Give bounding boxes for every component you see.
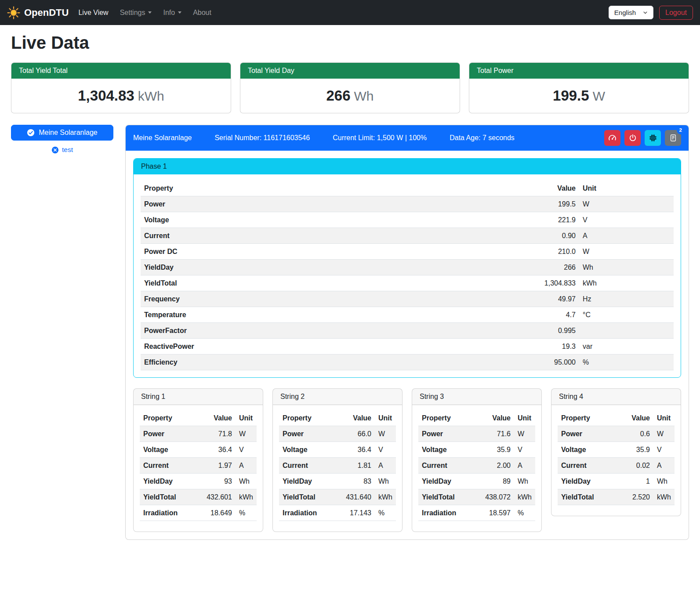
column-header-property: Property — [279, 410, 339, 426]
inverter-name: Meine Solaranlage — [133, 134, 192, 142]
unit-cell: % — [236, 505, 257, 521]
value-cell: 0.02 — [617, 458, 653, 474]
table-row: YieldDay266Wh — [141, 260, 674, 275]
gauge-icon — [608, 134, 617, 142]
unit-cell: A — [579, 228, 674, 244]
property-cell: Power DC — [141, 244, 522, 260]
table-row: Temperature4.7°C — [141, 307, 674, 323]
value-cell: 0.90 — [522, 228, 579, 244]
table-header-row: Property Value Unit — [141, 181, 674, 196]
unit-cell: kWh — [653, 489, 675, 505]
unit-cell: var — [579, 339, 674, 355]
property-cell: Irradiation — [279, 505, 339, 521]
event-log-button[interactable]: 2 — [665, 130, 681, 146]
card-value-row: 1,304.83kWh — [11, 79, 231, 113]
language-select[interactable]: English — [609, 6, 653, 19]
unit-cell: Wh — [653, 474, 675, 489]
unit-cell: W — [653, 426, 675, 442]
table-row: Current1.81A — [279, 458, 396, 474]
nav-about[interactable]: About — [193, 9, 211, 17]
table-row: Power71.8W — [140, 426, 257, 442]
string-4-title: String 4 — [551, 389, 681, 405]
table-row: Power DC210.0W — [141, 244, 674, 260]
value-cell: 36.4 — [199, 442, 236, 458]
value-cell: 36.4 — [339, 442, 375, 458]
table-row: Power71.6W — [418, 426, 535, 442]
table-header-row: Property Value Unit — [140, 410, 257, 426]
table-row: PowerFactor0.995 — [141, 323, 674, 339]
value-cell: 18.649 — [199, 505, 236, 521]
value-cell: 71.6 — [478, 426, 514, 442]
total-yield-day-unit: Wh — [354, 89, 374, 103]
table-row: Irradiation18.649% — [140, 505, 257, 521]
limit-settings-button[interactable] — [604, 130, 620, 146]
table-row: Irradiation17.143% — [279, 505, 396, 521]
chevron-down-icon — [643, 10, 648, 15]
table-row: Irradiation18.597% — [418, 505, 535, 521]
unit-cell: W — [579, 196, 674, 212]
value-cell: 17.143 — [339, 505, 375, 521]
unit-cell: V — [236, 442, 257, 458]
table-row: YieldDay89Wh — [418, 474, 535, 489]
nav-live-view[interactable]: Live View — [78, 9, 108, 17]
property-cell: Current — [279, 458, 339, 474]
property-cell: Power — [279, 426, 339, 442]
property-cell: YieldDay — [558, 474, 617, 489]
brand[interactable]: OpenDTU — [7, 6, 69, 19]
table-row: Efficiency95.000% — [141, 355, 674, 370]
property-cell: Voltage — [140, 442, 199, 458]
unit-cell: °C — [579, 307, 674, 323]
sidebar-test-item[interactable]: test — [51, 146, 73, 154]
table-row: Power66.0W — [279, 426, 396, 442]
unit-cell: W — [375, 426, 396, 442]
property-cell: Frequency — [141, 291, 522, 307]
total-yield-day-value: 266 — [326, 87, 350, 104]
unit-cell: A — [653, 458, 675, 474]
value-cell: 19.3 — [522, 339, 579, 355]
unit-cell: W — [514, 426, 535, 442]
sidebar-inverter-button[interactable]: Meine Solaranlage — [11, 125, 113, 141]
main-content-row: Meine Solaranlage test Meine Solaranlage… — [11, 125, 689, 540]
table-row: YieldDay83Wh — [279, 474, 396, 489]
column-header-unit: Unit — [653, 410, 675, 426]
value-cell: 266 — [522, 260, 579, 275]
string-1-table: Property Value Unit Power71.8WVoltage36.… — [140, 410, 257, 521]
property-cell: YieldDay — [418, 474, 478, 489]
string-2-table: Property Value Unit Power66.0WVoltage36.… — [279, 410, 396, 521]
property-cell: Voltage — [418, 442, 478, 458]
column-header-property: Property — [558, 410, 617, 426]
property-cell: Voltage — [558, 442, 617, 458]
property-cell: YieldDay — [141, 260, 522, 275]
total-yield-total-card: Total Yield Total 1,304.83kWh — [11, 62, 231, 113]
unit-cell: V — [375, 442, 396, 458]
nav-info-dropdown[interactable]: Info — [163, 9, 181, 17]
device-info-button[interactable] — [645, 130, 661, 146]
value-cell: 431.640 — [339, 489, 375, 505]
unit-cell: % — [514, 505, 535, 521]
power-control-button[interactable] — [624, 130, 641, 146]
property-cell: YieldDay — [140, 474, 199, 489]
string-3-table: Property Value Unit Power71.6WVoltage35.… — [418, 410, 535, 521]
string-4-card: String 4 Property Value Unit — [551, 388, 681, 516]
value-cell: 1.97 — [199, 458, 236, 474]
cpu-icon — [649, 134, 657, 142]
main-nav: Live View Settings Info About — [78, 9, 211, 17]
value-cell: 0.995 — [522, 323, 579, 339]
table-row: Voltage35.9V — [418, 442, 535, 458]
card-value-row: 266Wh — [240, 79, 460, 113]
column-header-value: Value — [617, 410, 653, 426]
table-header-row: Property Value Unit — [558, 410, 675, 426]
table-row: YieldTotal432.601kWh — [140, 489, 257, 505]
sidebar-inverter-label: Meine Solaranlage — [39, 129, 97, 137]
table-row: Voltage221.9V — [141, 212, 674, 228]
unit-cell: V — [514, 442, 535, 458]
property-cell: Irradiation — [140, 505, 199, 521]
phase-1-body: Property Value Unit Power199.5WVoltage22… — [134, 174, 681, 377]
nav-settings-dropdown[interactable]: Settings — [120, 9, 152, 17]
table-row: YieldTotal1,304.833kWh — [141, 275, 674, 291]
unit-cell — [579, 323, 674, 339]
logout-button[interactable]: Logout — [659, 6, 693, 20]
property-cell: Voltage — [141, 212, 522, 228]
table-row: YieldTotal431.640kWh — [279, 489, 396, 505]
total-yield-day-card: Total Yield Day 266Wh — [240, 62, 460, 113]
